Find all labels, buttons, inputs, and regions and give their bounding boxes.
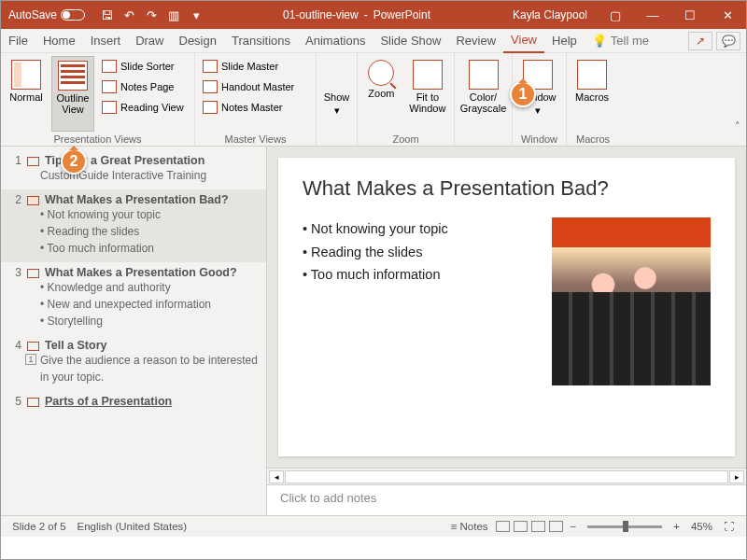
outline-slide-title[interactable]: What Makes a Presentation Good? bbox=[45, 266, 259, 279]
tab-help[interactable]: Help bbox=[544, 29, 585, 53]
outline-bullet[interactable]: • Storytelling bbox=[8, 313, 259, 329]
outline-view-label: Outline View bbox=[52, 92, 93, 115]
zoom-level[interactable]: 45% bbox=[685, 516, 718, 538]
tab-design[interactable]: Design bbox=[172, 29, 224, 53]
title-bar: AutoSave 🖫 ↶ ↷ ▥ ▾ 01-outline-view - Pow… bbox=[1, 1, 746, 29]
tab-home[interactable]: Home bbox=[35, 29, 83, 53]
maximize-icon[interactable]: ☐ bbox=[671, 1, 709, 29]
language-status[interactable]: English (United States) bbox=[72, 516, 193, 538]
show-button[interactable]: Show▾ bbox=[320, 56, 353, 143]
slide[interactable]: What Makes a Presentation Bad? • Not kno… bbox=[278, 158, 735, 456]
fit-to-window-button[interactable]: Fit to Window bbox=[405, 56, 450, 132]
normal-view-button[interactable]: Normal bbox=[5, 56, 48, 132]
chevron-down-icon[interactable]: ▾ bbox=[190, 8, 203, 21]
outline-bullet[interactable]: • Reading the slides bbox=[8, 223, 259, 240]
master-views-group-label: Master Views bbox=[199, 132, 312, 145]
notes-toggle[interactable]: ≡Notes bbox=[445, 516, 494, 538]
undo-icon[interactable]: ↶ bbox=[122, 8, 135, 21]
outline-slide[interactable]: 3What Makes a Presentation Good?• Knowle… bbox=[1, 262, 266, 335]
tab-file[interactable]: File bbox=[1, 29, 35, 53]
outline-slide-title[interactable]: Parts of a Presentation bbox=[45, 395, 259, 408]
save-icon[interactable]: 🖫 bbox=[100, 8, 113, 21]
slide-sorter-button[interactable]: Slide Sorter bbox=[98, 56, 188, 77]
comments-button[interactable]: 💬 bbox=[716, 32, 740, 50]
normal-view-status-icon[interactable] bbox=[496, 521, 510, 532]
slide-bullet: • Too much information bbox=[303, 263, 448, 287]
notes-page-icon bbox=[102, 80, 117, 93]
handout-master-button[interactable]: Handout Master bbox=[199, 77, 298, 97]
tab-review[interactable]: Review bbox=[448, 29, 503, 53]
collapse-ribbon-icon[interactable]: ˄ bbox=[731, 120, 744, 133]
outline-slide-number: 4 bbox=[8, 339, 21, 352]
fit-slide-icon[interactable]: ⛶ bbox=[718, 516, 740, 538]
sorter-view-status-icon[interactable] bbox=[514, 521, 528, 532]
tell-me-search[interactable]: 💡Tell me bbox=[585, 29, 656, 53]
ribbon: Normal Outline View Slide Sorter Notes P… bbox=[1, 53, 746, 147]
outline-bullet[interactable]: • New and unexpected information bbox=[8, 296, 259, 313]
tab-slideshow[interactable]: Slide Show bbox=[373, 29, 448, 53]
autosave-label: AutoSave bbox=[8, 8, 57, 21]
slide-thumbnail-icon bbox=[27, 196, 39, 205]
reading-view-button[interactable]: Reading View bbox=[98, 97, 188, 118]
outline-bullet[interactable]: • Knowledge and authority bbox=[8, 279, 259, 296]
zoom-slider[interactable] bbox=[587, 525, 662, 528]
notes-master-button[interactable]: Notes Master bbox=[199, 97, 298, 118]
outline-pane[interactable]: 1Tips for a Great PresentationCustomGuid… bbox=[1, 147, 267, 515]
close-icon[interactable]: ✕ bbox=[709, 1, 746, 29]
outline-slide[interactable]: 1Tips for a Great PresentationCustomGuid… bbox=[1, 150, 266, 189]
minimize-icon[interactable]: — bbox=[634, 1, 671, 29]
normal-view-label: Normal bbox=[9, 91, 42, 103]
slideshow-status-icon[interactable] bbox=[549, 521, 563, 532]
outline-bullet[interactable]: • Not knowing your topic bbox=[8, 206, 259, 223]
scroll-track[interactable] bbox=[285, 470, 728, 483]
scroll-right-icon[interactable]: ▸ bbox=[729, 470, 744, 483]
slide-sorter-icon bbox=[102, 60, 117, 73]
outline-bullet[interactable]: • Too much information bbox=[8, 240, 259, 257]
slide-sorter-label: Slide Sorter bbox=[120, 61, 174, 72]
notes-pane[interactable]: Click to add notes bbox=[267, 484, 746, 515]
toggle-off-icon bbox=[61, 9, 85, 21]
reading-view-icon bbox=[102, 101, 117, 114]
macros-button[interactable]: Macros bbox=[571, 56, 613, 132]
tab-draw[interactable]: Draw bbox=[128, 29, 171, 53]
outline-slide[interactable]: 5Parts of a Presentation bbox=[1, 391, 266, 413]
tab-view[interactable]: View bbox=[503, 29, 544, 53]
slide-master-button[interactable]: Slide Master bbox=[199, 56, 298, 77]
zoom-out-button[interactable]: − bbox=[565, 516, 583, 538]
outline-view-button[interactable]: Outline View bbox=[51, 56, 94, 132]
outline-subtitle[interactable]: CustomGuide Interactive Training bbox=[8, 167, 259, 184]
notes-page-button[interactable]: Notes Page bbox=[98, 77, 188, 97]
ribbon-options-icon[interactable]: ▢ bbox=[597, 1, 634, 29]
app-name: PowerPoint bbox=[374, 8, 430, 21]
slide-bullet: • Not knowing your topic bbox=[303, 217, 448, 241]
start-slideshow-icon[interactable]: ▥ bbox=[167, 8, 180, 21]
outline-level-indicator: 1 bbox=[25, 354, 36, 365]
fit-to-window-icon bbox=[413, 60, 443, 90]
outline-slide[interactable]: 2What Makes a Presentation Bad?• Not kno… bbox=[1, 189, 266, 262]
outline-slide-title[interactable]: Tell a Story bbox=[45, 339, 259, 352]
outline-slide[interactable]: 4Tell a StoryGive the audience a reason … bbox=[1, 335, 266, 391]
tab-animations[interactable]: Animations bbox=[298, 29, 373, 53]
tab-transitions[interactable]: Transitions bbox=[224, 29, 298, 53]
redo-icon[interactable]: ↷ bbox=[145, 8, 158, 21]
color-grayscale-button[interactable]: Color/ Grayscale bbox=[458, 56, 508, 143]
zoom-button[interactable]: Zoom bbox=[361, 56, 402, 132]
chevron-down-icon: ▾ bbox=[535, 105, 541, 116]
reading-view-status-icon[interactable] bbox=[531, 521, 545, 532]
scroll-left-icon[interactable]: ◂ bbox=[269, 470, 284, 483]
title-separator: - bbox=[364, 8, 368, 21]
outline-slide-title[interactable]: What Makes a Presentation Bad? bbox=[45, 193, 259, 206]
horizontal-scrollbar[interactable]: ◂ ▸ bbox=[267, 468, 746, 484]
share-button[interactable]: ↗ bbox=[688, 32, 712, 50]
macros-label: Macros bbox=[575, 91, 609, 103]
slide-counter[interactable]: Slide 2 of 5 bbox=[7, 516, 72, 538]
zoom-in-button[interactable]: + bbox=[668, 516, 685, 538]
tab-insert[interactable]: Insert bbox=[83, 29, 129, 53]
user-name[interactable]: Kayla Claypool bbox=[503, 8, 597, 21]
color-grayscale-label: Color/ Grayscale bbox=[458, 91, 508, 114]
quick-access-toolbar: 🖫 ↶ ↷ ▥ ▾ bbox=[92, 8, 210, 21]
window-title: 01-outline-view - PowerPoint bbox=[210, 8, 503, 21]
outline-subtitle[interactable]: Give the audience a reason to be interes… bbox=[8, 352, 259, 385]
fit-to-window-label: Fit to Window bbox=[405, 91, 450, 114]
autosave-toggle[interactable]: AutoSave bbox=[1, 8, 92, 21]
